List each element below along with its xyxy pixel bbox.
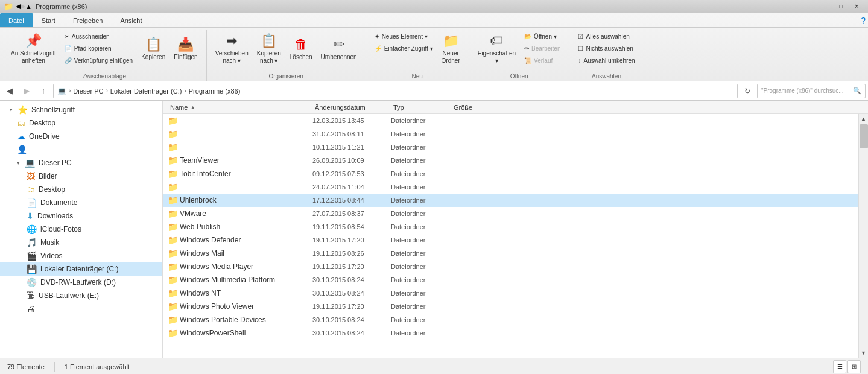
folder-icon: 📁 xyxy=(168,129,177,139)
sidebar-item-dokumente[interactable]: 📄 Dokumente xyxy=(0,196,162,209)
path-segment-c[interactable]: Lokaler Datenträger (C:) xyxy=(110,87,182,95)
move-button[interactable]: ➡ Verschiebennach ▾ xyxy=(212,30,252,68)
col-header-type[interactable]: Typ xyxy=(391,101,451,113)
select-all-button[interactable]: ☑ Alles auswählen xyxy=(574,30,638,42)
quick-access-up[interactable]: ▲ xyxy=(25,3,32,10)
sidebar-item-videos[interactable]: 🎬 Videos xyxy=(0,249,162,262)
table-row[interactable]: 📁 24.07.2015 11:04 Dateiordner xyxy=(163,180,858,194)
col-header-size[interactable]: Größe xyxy=(451,101,499,113)
details-view-button[interactable]: ☰ xyxy=(833,360,846,373)
file-type: Dateiordner xyxy=(391,130,451,138)
table-row[interactable]: 📁 Windows NT 30.10.2015 08:24 Dateiordne… xyxy=(163,287,858,300)
sidebar-item-desktop2[interactable]: 🗂 Desktop xyxy=(0,183,162,196)
sidebar-item-dieser-pc[interactable]: ▾ 💻 Dieser PC xyxy=(0,156,162,170)
address-path[interactable]: 💻 › Dieser PC › Lokaler Datenträger (C:)… xyxy=(53,84,738,98)
sidebar-item-icloud[interactable]: 🌐 iCloud-Fotos xyxy=(0,223,162,236)
up-button[interactable]: ↑ xyxy=(36,84,51,98)
open-button[interactable]: 📂 Öffnen ▾ xyxy=(521,30,564,42)
table-row[interactable]: 📁 10.11.2015 11:21 Dateiordner xyxy=(163,141,858,154)
table-row[interactable]: 📁 Uhlenbrock 17.12.2015 08:44 Dateiordne… xyxy=(163,194,858,207)
invert-selection-button[interactable]: ↕ Auswahl umkehren xyxy=(574,54,638,66)
quick-access-back[interactable]: ◀ xyxy=(16,2,21,10)
file-date: 24.07.2015 11:04 xyxy=(312,183,391,191)
quick-access-forward[interactable]: ▶ xyxy=(21,2,25,10)
minimize-button[interactable]: — xyxy=(817,0,833,13)
sidebar-item-schnellzugriff[interactable]: ▾ ⭐ Schnellzugriff xyxy=(0,103,162,116)
folder-icon: 📁 xyxy=(168,315,177,325)
search-box[interactable]: "Programme (x86)" durchsuc... 🔍 xyxy=(757,84,866,98)
scrollbar-vertical[interactable]: ▲ ▼ xyxy=(858,114,868,358)
scroll-down-arrow[interactable]: ▼ xyxy=(859,348,869,358)
table-row[interactable]: 📁 Windows Multimedia Platform 30.10.2015… xyxy=(163,273,858,287)
table-row[interactable]: 📁 VMware 27.07.2015 08:37 Dateiordner xyxy=(163,207,858,220)
properties-button[interactable]: 🏷 Eigenschaften▾ xyxy=(474,30,519,68)
tab-freigeben[interactable]: Freigeben xyxy=(65,13,112,27)
close-button[interactable]: ✕ xyxy=(849,0,864,13)
table-row[interactable]: 📁 Windows Photo Viewer 19.11.2015 17:20 … xyxy=(163,300,858,313)
table-row[interactable]: 📁 Tobit InfoCenter 09.12.2015 07:53 Date… xyxy=(163,167,858,180)
pin-button[interactable]: 📌 An Schnellzugriffanheften xyxy=(7,30,60,68)
file-date: 30.10.2015 08:24 xyxy=(312,290,391,297)
table-row[interactable]: 📁 Windows Mail 19.11.2015 08:26 Dateiord… xyxy=(163,247,858,260)
col-header-name[interactable]: Name ▲ xyxy=(168,101,312,113)
maximize-button[interactable]: □ xyxy=(833,0,849,13)
table-row[interactable]: 📁 12.03.2015 13:45 Dateiordner xyxy=(163,114,858,127)
delete-button[interactable]: 🗑 Löschen xyxy=(286,30,316,68)
tab-ansicht[interactable]: Ansicht xyxy=(112,13,151,27)
sidebar-item-onedrive[interactable]: ☁ OneDrive xyxy=(0,130,162,143)
file-type: Dateiordner xyxy=(391,263,451,270)
forward-button[interactable]: ▶ xyxy=(19,84,34,98)
easy-access-button[interactable]: ⚡ Einfacher Zugriff ▾ xyxy=(371,42,437,54)
table-row[interactable]: 📁 Windows Portable Devices 30.10.2015 08… xyxy=(163,313,858,326)
edit-button[interactable]: ✏ Bearbeiten xyxy=(521,42,564,54)
sidebar-item-bilder[interactable]: 🖼 Bilder xyxy=(0,170,162,183)
local-c-label: Lokaler Datenträger (C:) xyxy=(40,265,118,273)
copy-button[interactable]: 📋 Kopieren xyxy=(138,30,169,68)
sidebar-item-local-c[interactable]: 💾 Lokaler Datenträger (C:) xyxy=(0,262,162,276)
select-none-button[interactable]: ☐ Nichts auswählen xyxy=(574,42,638,54)
sidebar-item-musik[interactable]: 🎵 Musik xyxy=(0,236,162,249)
sidebar-item-usb[interactable]: 🗜 USB-Laufwerk (E:) xyxy=(0,289,162,302)
copy-path-button[interactable]: 📄 Pfad kopieren xyxy=(61,42,136,54)
table-row[interactable]: 📁 WindowsPowerShell 30.10.2015 08:24 Dat… xyxy=(163,326,858,340)
table-row[interactable]: 📁 31.07.2015 08:11 Dateiordner xyxy=(163,127,858,141)
refresh-button[interactable]: ↻ xyxy=(740,84,755,98)
sidebar-item-dvd[interactable]: 💿 DVD-RW-Laufwerk (D:) xyxy=(0,276,162,289)
sidebar-item-desktop[interactable]: 🗂 Desktop xyxy=(0,116,162,130)
rename-button[interactable]: ✏ Umbenennen xyxy=(317,30,361,68)
sidebar-item-user[interactable]: 👤 xyxy=(0,143,162,156)
file-date: 09.12.2015 07:53 xyxy=(312,170,391,177)
table-row[interactable]: 📁 Windows Defender 19.11.2015 17:20 Date… xyxy=(163,233,858,247)
scroll-up-arrow[interactable]: ▲ xyxy=(859,114,869,124)
table-row[interactable]: 📁 Windows Media Player 19.11.2015 17:20 … xyxy=(163,260,858,273)
file-type: Dateiordner xyxy=(391,250,451,257)
ribbon-group-zwischenablage: 📌 An Schnellzugriffanheften ✂ Ausschneid… xyxy=(2,30,207,81)
copy-path-icon: 📄 xyxy=(65,45,72,52)
paste-button[interactable]: 📥 Einfügen xyxy=(170,30,201,68)
table-row[interactable]: 📁 TeamViewer 26.08.2015 10:09 Dateiordne… xyxy=(163,154,858,167)
path-segment-dieser-pc[interactable]: Dieser PC xyxy=(73,87,103,95)
paste-shortcut-button[interactable]: 🔗 Verknüpfung einfügen xyxy=(61,54,136,66)
new-folder-button[interactable]: 📁 NeuerOrdner xyxy=(438,30,464,68)
file-date: 19.11.2015 08:54 xyxy=(312,223,391,230)
tab-datei[interactable]: Datei xyxy=(0,13,33,27)
history-button[interactable]: 📜 Verlauf xyxy=(521,54,564,66)
back-button[interactable]: ◀ xyxy=(2,84,17,98)
sidebar-item-device[interactable]: 🖨 xyxy=(0,302,162,315)
window-title: Programme (x86) xyxy=(36,3,87,10)
new-item-button[interactable]: ✦ Neues Element ▾ xyxy=(371,30,437,42)
scroll-thumb[interactable] xyxy=(860,124,868,148)
col-header-date[interactable]: Änderungsdatum xyxy=(312,101,391,113)
musik-icon: 🎵 xyxy=(27,238,37,247)
copy-to-button[interactable]: 📋 Kopierennach ▾ xyxy=(253,30,285,68)
table-row[interactable]: 📁 Web Publish 19.11.2015 08:54 Dateiordn… xyxy=(163,220,858,233)
large-icons-button[interactable]: ⊞ xyxy=(847,360,861,373)
usb-label: USB-Laufwerk (E:) xyxy=(39,291,99,300)
tab-start[interactable]: Start xyxy=(33,13,65,27)
path-segment-programme[interactable]: Programme (x86) xyxy=(189,87,241,95)
status-count: 79 Elemente xyxy=(7,363,45,370)
select-none-icon: ☐ xyxy=(578,45,583,52)
cut-button[interactable]: ✂ Ausschneiden xyxy=(61,30,136,42)
help-icon[interactable]: ? xyxy=(861,16,866,25)
sidebar-item-downloads[interactable]: ⬇ Downloads xyxy=(0,209,162,223)
